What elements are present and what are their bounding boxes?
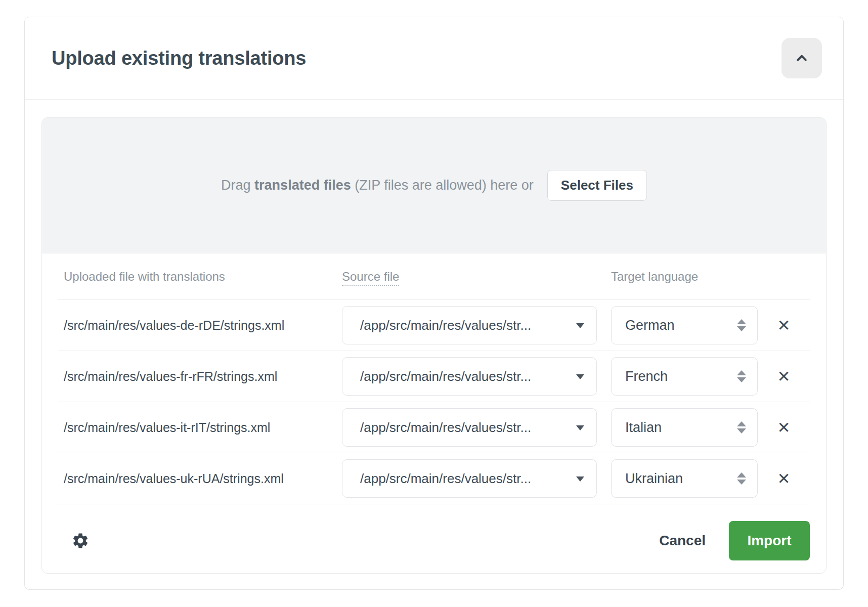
- table-row: /src/main/res/values-fr-rFR/strings.xml …: [58, 351, 810, 402]
- target-language-value: French: [625, 369, 668, 384]
- remove-row-button[interactable]: ✕: [777, 420, 791, 436]
- target-language-select[interactable]: Italian: [611, 408, 758, 447]
- target-language-select[interactable]: German: [611, 306, 758, 344]
- remove-row-button[interactable]: ✕: [777, 318, 791, 333]
- remove-row-button[interactable]: ✕: [777, 471, 791, 487]
- col-header-target-language: Target language: [611, 270, 698, 283]
- target-language-select[interactable]: French: [611, 357, 758, 396]
- source-file-dropdown[interactable]: /app/src/main/res/values/str...: [342, 357, 597, 396]
- source-file-value: /app/src/main/res/values/str...: [360, 420, 531, 436]
- table-row: /src/main/res/values-it-rIT/strings.xml …: [58, 402, 810, 453]
- remove-row-button[interactable]: ✕: [777, 369, 791, 384]
- gear-icon: [71, 532, 90, 550]
- source-file-value: /app/src/main/res/values/str...: [360, 318, 531, 333]
- uploaded-file-path: /src/main/res/values-uk-rUA/strings.xml: [58, 471, 342, 486]
- dropzone-text: Drag translated files (ZIP files are all…: [221, 178, 534, 193]
- form-footer: Cancel Import: [58, 504, 810, 574]
- table-header-row: Uploaded file with translations Source f…: [58, 253, 810, 300]
- uploaded-file-path: /src/main/res/values-it-rIT/strings.xml: [58, 420, 342, 435]
- source-file-dropdown[interactable]: /app/src/main/res/values/str...: [342, 306, 597, 344]
- source-file-value: /app/src/main/res/values/str...: [360, 369, 531, 384]
- dropzone-text-prefix: Drag: [221, 178, 251, 193]
- uploaded-file-path: /src/main/res/values-fr-rFR/strings.xml: [58, 369, 342, 384]
- source-file-dropdown[interactable]: /app/src/main/res/values/str...: [342, 459, 597, 498]
- table-row: /src/main/res/values-de-rDE/strings.xml …: [58, 300, 810, 351]
- sort-arrows-icon: [737, 472, 746, 485]
- col-header-uploaded-file: Uploaded file with translations: [64, 270, 225, 283]
- page-title: Upload existing translations: [52, 48, 306, 69]
- collapse-panel-button[interactable]: [782, 38, 822, 78]
- cancel-button[interactable]: Cancel: [659, 533, 706, 549]
- upload-translations-panel: Upload existing translations Drag transl…: [24, 17, 844, 590]
- select-files-button[interactable]: Select Files: [547, 170, 647, 201]
- panel-header: Upload existing translations: [25, 17, 843, 100]
- sort-arrows-icon: [737, 319, 746, 331]
- file-dropzone[interactable]: Drag translated files (ZIP files are all…: [42, 118, 826, 253]
- uploaded-file-path: /src/main/res/values-de-rDE/strings.xml: [58, 318, 342, 333]
- target-language-value: Italian: [625, 420, 662, 436]
- target-language-value: German: [625, 318, 675, 333]
- caret-down-icon: [576, 374, 584, 383]
- settings-button[interactable]: [71, 532, 90, 550]
- sort-arrows-icon: [737, 370, 746, 382]
- source-file-value: /app/src/main/res/values/str...: [360, 471, 531, 487]
- upload-form: Drag translated files (ZIP files are all…: [41, 117, 827, 574]
- chevron-up-icon: [793, 50, 810, 67]
- target-language-select[interactable]: Ukrainian: [611, 459, 758, 498]
- uploaded-files-table: Uploaded file with translations Source f…: [42, 253, 826, 574]
- dropzone-text-bold: translated files: [254, 178, 351, 193]
- caret-down-icon: [576, 323, 584, 332]
- sort-arrows-icon: [737, 421, 746, 433]
- caret-down-icon: [576, 476, 584, 486]
- col-header-source-file[interactable]: Source file: [342, 270, 399, 286]
- source-file-dropdown[interactable]: /app/src/main/res/values/str...: [342, 408, 597, 447]
- import-button[interactable]: Import: [729, 521, 810, 560]
- table-row: /src/main/res/values-uk-rUA/strings.xml …: [58, 453, 810, 504]
- caret-down-icon: [576, 425, 584, 435]
- target-language-value: Ukrainian: [625, 471, 683, 487]
- dropzone-text-suffix: (ZIP files are allowed) here or: [355, 178, 534, 193]
